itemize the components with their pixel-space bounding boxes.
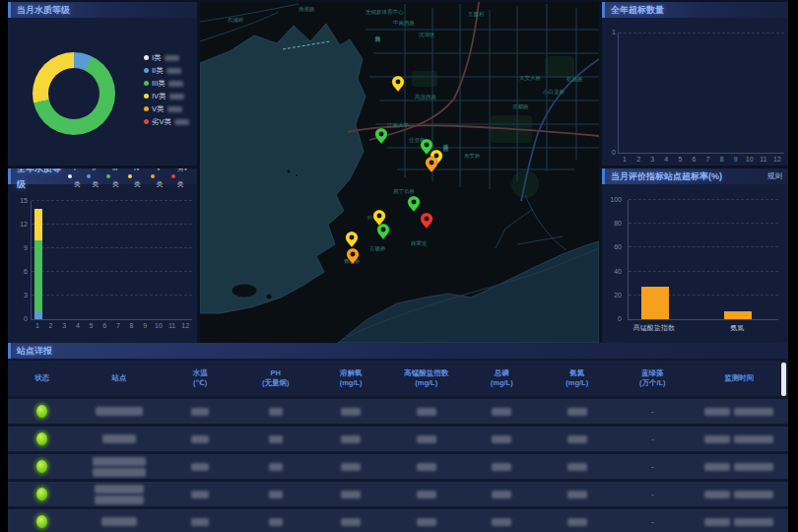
x-tick-label: 12 xyxy=(770,156,784,163)
legend-item: I类 xyxy=(144,51,189,64)
map-label: 无锡新体育中心 xyxy=(366,9,404,16)
panel-annual-exceed: 全年超标数量 01 123456789101112 xyxy=(602,2,788,166)
value-redacted xyxy=(191,435,209,443)
value-redacted xyxy=(492,435,511,443)
time-clock-redacted xyxy=(734,408,773,416)
col-header-line2: (mg/L) xyxy=(340,378,363,388)
map-label: 薛家宅 xyxy=(411,240,428,246)
y-tick-label: 15 xyxy=(10,197,28,204)
table-row[interactable]: - xyxy=(8,454,788,479)
monthly-rate-plot[interactable] xyxy=(628,200,778,320)
time-redacted xyxy=(704,491,773,499)
value-redacted xyxy=(567,435,587,443)
x-tick-label: 8 xyxy=(125,322,139,329)
time-clock-redacted xyxy=(734,518,773,526)
station-name-redacted xyxy=(101,517,137,526)
cell-value xyxy=(313,491,389,499)
table-row[interactable]: - xyxy=(8,427,788,451)
table-row[interactable]: - xyxy=(8,509,788,532)
value-redacted xyxy=(567,491,587,499)
y-tick-label: 20 xyxy=(604,292,622,299)
legend-label: II类 xyxy=(152,66,164,76)
rate-bar-2[interactable] xyxy=(724,311,752,319)
rate-bar-1[interactable] xyxy=(641,287,669,319)
value-redacted xyxy=(492,408,511,416)
gridline xyxy=(32,271,192,272)
gridline xyxy=(629,199,778,200)
cell-algae: - xyxy=(615,490,691,499)
cell-value xyxy=(464,463,540,471)
gridline xyxy=(619,33,784,33)
value-redacted xyxy=(191,518,209,526)
algae-value: - xyxy=(651,462,654,471)
time-redacted xyxy=(704,408,773,416)
annual-grade-plot[interactable] xyxy=(31,201,192,320)
legend-dot xyxy=(144,119,149,124)
col-header-9: 蓝绿藻(万个/L) xyxy=(615,368,691,388)
cell-value xyxy=(163,463,238,471)
map-label: 机场路 xyxy=(566,76,583,83)
panel-station-table: 站点详报 状态站点水温(℃)PH(无量纲)溶解氧(mg/L)高锰酸盐指数(mg/… xyxy=(8,343,788,512)
cell-time xyxy=(690,518,787,526)
legend-item: III类 xyxy=(106,168,123,192)
col-header-10: 监测时间 xyxy=(690,373,787,383)
panel-monthly-rate-title: 当月评价指标站点超标率(%) xyxy=(611,168,722,184)
map-label: 天安大桥 xyxy=(519,75,542,81)
value-redacted xyxy=(191,463,209,471)
station-map[interactable]: 石浦岭渔港路无锡新体育中心中南西路隐秀路五星村滨湖区高浪西路天安大桥机场路小白龙… xyxy=(200,2,599,343)
table-row[interactable]: - xyxy=(8,399,788,424)
panel-annual-grade-title: 全年水质等级 xyxy=(17,168,68,192)
y-tick-label: 12 xyxy=(10,221,28,228)
x-tick-label: 7 xyxy=(700,156,714,163)
cell-value xyxy=(539,463,615,471)
month1-stacked-bar[interactable] xyxy=(34,209,42,319)
bar-segment-III类 xyxy=(34,240,42,311)
cell-status xyxy=(8,514,76,529)
y-tick-label: 40 xyxy=(604,268,622,275)
table-scrollbar[interactable] xyxy=(781,363,786,396)
value-redacted xyxy=(492,518,511,526)
legend-dot xyxy=(144,68,149,73)
annual-exceed-plot[interactable] xyxy=(618,33,784,154)
x-tick-label: 3 xyxy=(57,322,71,329)
time-date-redacted xyxy=(704,435,730,443)
cell-value xyxy=(313,518,389,526)
legend-label: III类 xyxy=(112,168,123,192)
legend-dot xyxy=(144,81,149,86)
algae-value: - xyxy=(651,434,654,443)
legend-value-redacted xyxy=(166,68,181,74)
station-table-body: ----- xyxy=(8,399,788,532)
cell-value xyxy=(539,435,615,443)
value-redacted xyxy=(341,435,361,443)
time-redacted xyxy=(704,518,773,526)
col-header-line1: PH xyxy=(270,368,280,378)
value-redacted xyxy=(567,408,587,416)
x-tick-label: 4 xyxy=(71,322,85,329)
col-header-line2: (mg/L) xyxy=(415,378,437,388)
table-row[interactable]: - xyxy=(8,482,788,506)
rate-bar-label: 氨氮 xyxy=(730,323,744,333)
panel-annual-grade-header: 全年水质等级 I类II类III类IV类V类劣V类 xyxy=(8,168,197,184)
col-header-line2: (mg/L) xyxy=(491,378,513,388)
status-dot-normal xyxy=(35,459,48,474)
value-redacted xyxy=(567,463,587,471)
cell-value xyxy=(313,463,389,471)
x-tick-label: 5 xyxy=(673,156,687,163)
x-tick-label: 2 xyxy=(44,322,58,329)
bar-segment-IV类 xyxy=(34,209,42,240)
legend-item: IV类 xyxy=(144,90,189,102)
rate-rule-link[interactable]: 规则 xyxy=(767,168,782,184)
water-grade-donut-chart[interactable] xyxy=(33,52,115,135)
col-header-2: 站点 xyxy=(76,373,163,383)
station-table-column-headers: 状态站点水温(℃)PH(无量纲)溶解氧(mg/L)高锰酸盐指数(mg/L)总磷(… xyxy=(8,361,788,396)
col-header-line2: (万个/L) xyxy=(639,378,666,388)
cell-value xyxy=(163,491,238,499)
y-tick-label: 60 xyxy=(604,243,622,250)
y-tick-label: 0 xyxy=(604,315,622,322)
legend-label: I类 xyxy=(74,168,82,192)
col-header-3: 水温(℃) xyxy=(163,368,238,388)
panel-annual-exceed-header: 全年超标数量 xyxy=(602,2,788,18)
value-redacted xyxy=(269,435,283,443)
cell-value xyxy=(163,518,238,526)
panel-monthly-grade-header: 当月水质等级 xyxy=(8,2,197,18)
